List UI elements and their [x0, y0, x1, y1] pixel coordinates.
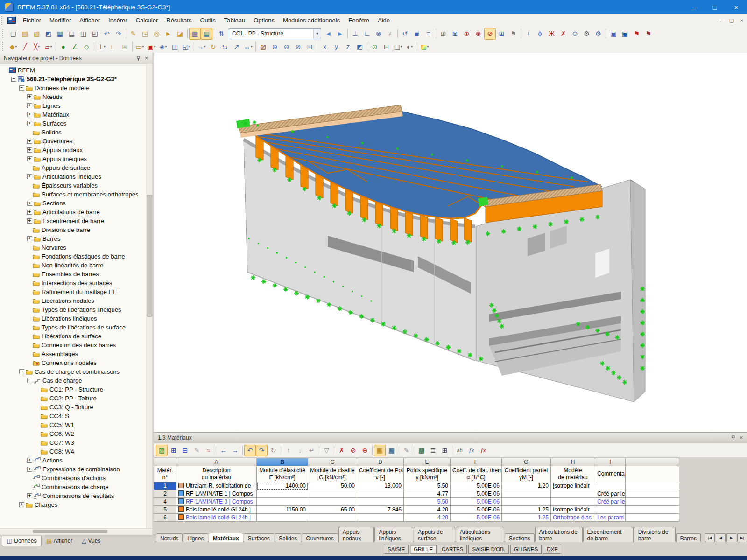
calculation-params-icon[interactable]: ⊘ — [484, 28, 496, 40]
expand-icon[interactable]: + — [27, 218, 32, 224]
tree-item-560-21-telepherique-3s-g2-g3[interactable]: −560.21-Téléphérique 3S-G2-G3* — [2, 75, 152, 84]
copy-icon[interactable]: ◫ — [78, 28, 89, 40]
new-surface-icon[interactable]: ▭▾ — [134, 41, 146, 53]
render-mode-icon[interactable]: ◐▾ — [404, 41, 416, 53]
tree-item-liberations-nodales[interactable]: Libérations nodales — [2, 296, 152, 305]
cell-f-4[interactable]: 5.00E-06 — [451, 498, 502, 506]
dropdown-arrow-icon[interactable]: ▾ — [189, 45, 191, 49]
cell-description[interactable]: RF-LAMINATE 1 | Compos — [176, 490, 257, 498]
redo-table-icon[interactable]: ↷ — [256, 445, 268, 456]
close-button[interactable]: × — [726, 0, 747, 14]
nodal-support-icon[interactable]: ⊥ — [349, 28, 361, 40]
cell-f-6[interactable]: 5.00E-06 — [451, 514, 502, 522]
grid-view-icon[interactable]: ▦ — [374, 445, 386, 456]
table-tab-appuis-lineiques[interactable]: Appuis linéiques — [374, 527, 413, 543]
expand-icon[interactable]: + — [27, 458, 32, 463]
collapse-icon[interactable]: − — [19, 85, 24, 91]
tree-item-solides[interactable]: Solides — [2, 128, 152, 137]
marker-flag2-icon[interactable]: ⚑ — [642, 28, 654, 40]
expand-icon[interactable]: + — [27, 94, 32, 99]
scrollbar-thumb[interactable] — [33, 530, 107, 533]
edit-cell-icon[interactable]: ✎ — [191, 445, 203, 456]
cell-description[interactable]: Bois lamellé-collé GL24h | — [176, 506, 257, 514]
table-tab-surfaces[interactable]: Surfaces — [244, 533, 274, 543]
column-header-blank[interactable] — [626, 458, 679, 466]
status-toggle-saisie[interactable]: SAISIE — [384, 545, 409, 554]
cell-c-2[interactable] — [308, 490, 357, 498]
collapse-icon[interactable]: − — [27, 378, 32, 383]
scrollbar-thumb[interactable] — [147, 195, 152, 317]
cell-empty[interactable] — [626, 490, 679, 498]
refine-mesh-icon[interactable]: ⊞ — [119, 41, 131, 53]
tree-item-epaisseurs-variables[interactable]: Épaisseurs variables — [2, 181, 152, 190]
pin-icon[interactable] — [729, 434, 737, 442]
load-case-combo[interactable]: CC1 - PP - Structure▾ — [229, 28, 321, 39]
table-tab-appuis-nodaux[interactable]: Appuis nodaux — [338, 527, 374, 543]
cut-row-icon[interactable]: ⊘ — [347, 445, 359, 456]
export-excel-icon[interactable]: ▤ — [416, 445, 427, 456]
previous-table-icon[interactable]: ← — [218, 445, 229, 456]
jump-row-icon[interactable]: ↵ — [306, 445, 317, 456]
table-calc-icon[interactable]: ≣ — [411, 28, 423, 40]
cell-b-2[interactable] — [257, 490, 308, 498]
settings-icon[interactable]: ⚙ — [581, 28, 592, 40]
column-header-C[interactable]: C — [308, 458, 357, 466]
cell-e-2[interactable]: 4.77 — [404, 490, 451, 498]
dropdown-arrow-icon[interactable]: ▾ — [204, 45, 206, 49]
project-icon[interactable]: ↗ — [231, 41, 242, 53]
expand-icon[interactable]: + — [27, 467, 32, 472]
paste-row-icon[interactable]: ⊕ — [359, 445, 371, 456]
column-header-I[interactable]: I — [595, 458, 626, 466]
cell-e-6[interactable]: 4.20 — [404, 514, 451, 522]
collapse-icon[interactable]: − — [19, 369, 24, 374]
calculate-all-icon[interactable]: ⊛ — [472, 28, 484, 40]
table-view-icon[interactable]: ▦ — [386, 445, 397, 456]
table-tab-materiaux[interactable]: Matériaux — [209, 533, 243, 543]
dropdown-arrow-icon[interactable]: ▾ — [50, 45, 52, 49]
results-flag-icon[interactable]: ⚑ — [507, 28, 519, 40]
tree-item-assemblages[interactable]: Assemblages — [2, 350, 152, 358]
menu-modules-additionnels[interactable]: Modules additionnels — [279, 15, 344, 26]
status-toggle-glignes[interactable]: GLIGNES — [510, 545, 542, 554]
status-toggle-saisie-d-ob[interactable]: SAISIE D'OB. — [468, 545, 509, 554]
tree-item-expressions-de-combinaison[interactable]: +Expressions de combinaison — [2, 465, 152, 474]
cell-d-2[interactable] — [357, 490, 404, 498]
table-tab-ouvertures[interactable]: Ouvertures — [302, 533, 338, 543]
mdi-restore-button[interactable]: ▢ — [726, 17, 737, 23]
zoom-out-icon[interactable]: ⊖ — [281, 41, 292, 53]
edit-tables-icon[interactable]: ▦ — [201, 28, 212, 40]
tree-item-types-de-liberations-de-surface[interactable]: Types de libérations de surface — [2, 323, 152, 332]
zoom-all-icon[interactable]: ⊘ — [292, 41, 304, 53]
info-icon[interactable]: ⊙ — [569, 28, 581, 40]
cell-i-5[interactable] — [595, 506, 626, 514]
expand-icon[interactable]: + — [27, 156, 32, 161]
insert-row-icon[interactable]: ⊞ — [168, 445, 179, 456]
table-edit-mode-icon[interactable]: ▧ — [156, 445, 168, 456]
column-header-blank[interactable] — [154, 458, 176, 466]
renumber-icon[interactable]: ⇅ — [216, 28, 227, 40]
tree-item-raffinement-du-maillage-ef[interactable]: Raffinement du maillage EF — [2, 287, 152, 296]
tree-item-excentrement-de-barre[interactable]: +Excentrement de barre — [2, 217, 152, 225]
hinge-tool-icon[interactable]: ∟ — [107, 41, 119, 53]
statistics-icon[interactable]: ≈ — [203, 445, 214, 456]
cell-e-1[interactable]: 5.50 — [404, 482, 451, 490]
stretch-icon[interactable]: ↔▾ — [242, 41, 254, 53]
pick-object-icon[interactable]: ► — [162, 28, 174, 40]
menu-tableau[interactable]: Tableau — [220, 15, 250, 26]
maximize-button[interactable]: □ — [704, 0, 726, 14]
cell-i-2[interactable]: Créé par le — [595, 490, 626, 498]
cell-i-1[interactable] — [595, 482, 626, 490]
column-header-F[interactable]: F — [451, 458, 502, 466]
table-tab-divisions-de-barre[interactable]: Divisions de barre — [634, 527, 676, 543]
redo-icon[interactable]: ↷ — [113, 28, 124, 40]
edit-comment-icon[interactable]: ✎ — [401, 445, 412, 456]
expand-icon[interactable]: + — [27, 139, 32, 144]
table-tab-articulations-lineiques[interactable]: Articulations linéiques — [456, 527, 504, 543]
print-preview-icon[interactable]: ◰ — [89, 28, 101, 40]
snap-settings-icon[interactable]: ◆▾ — [7, 41, 19, 53]
cell-i-4[interactable]: Créé par le — [595, 498, 626, 506]
tree-item-appuis-lineiques[interactable]: +Appuis linéiques — [2, 154, 152, 163]
mirror-icon[interactable]: Ж — [546, 28, 557, 40]
next-load-case-icon[interactable]: ► — [334, 28, 346, 40]
support-tool-icon[interactable]: ⊥▾ — [96, 41, 107, 53]
